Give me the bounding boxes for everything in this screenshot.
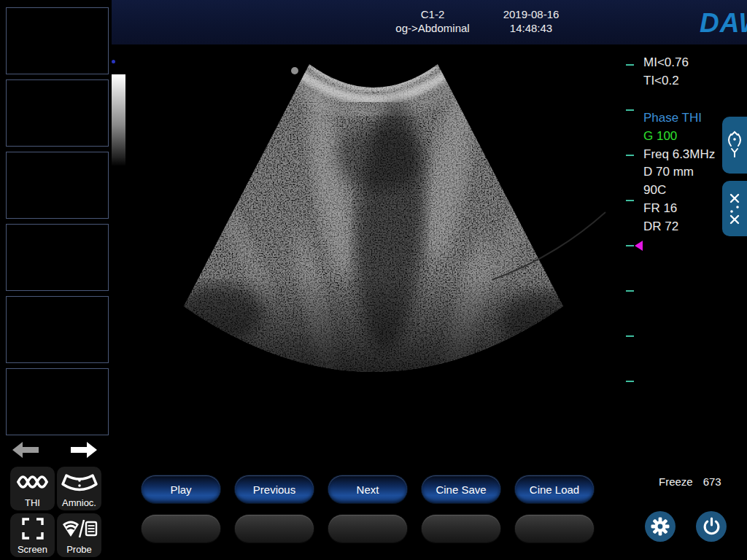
cine-next-button[interactable]: Next bbox=[328, 475, 407, 503]
power-button[interactable] bbox=[696, 511, 727, 542]
depth-tick bbox=[626, 290, 634, 292]
cine-cine-save-button[interactable]: Cine Save bbox=[422, 475, 500, 503]
marker-dot bbox=[112, 60, 115, 63]
thumbnail-slot-1[interactable] bbox=[6, 7, 109, 74]
param-gain: G 100 bbox=[643, 128, 677, 144]
measure-points-button[interactable] bbox=[722, 181, 747, 236]
body-marker-button[interactable] bbox=[722, 117, 747, 174]
orientation-marker bbox=[291, 67, 298, 74]
param-frequency: Freq 6.3MHz bbox=[643, 147, 715, 163]
depth-tick bbox=[626, 109, 634, 111]
cine-button-row: PlayPreviousNextCine SaveCine Load bbox=[0, 475, 747, 503]
thumbnail-slot-3[interactable] bbox=[6, 152, 109, 219]
left-arrow-icon bbox=[12, 441, 39, 459]
cine-play-button[interactable]: Play bbox=[142, 475, 220, 503]
cine-empty-button-2[interactable] bbox=[235, 515, 314, 542]
ultrasound-console-screen: C1-2 og->Abdominal 2019-08-16 14:48:43 D… bbox=[0, 0, 747, 560]
right-arrow-icon bbox=[70, 441, 98, 459]
thumbnail-slot-6[interactable] bbox=[6, 368, 109, 435]
thumbnail-slot-2[interactable] bbox=[6, 79, 109, 147]
power-icon bbox=[702, 517, 721, 537]
thumbnail-slot-5[interactable] bbox=[6, 296, 109, 363]
cine-empty-button-1[interactable] bbox=[142, 515, 220, 542]
depth-tick bbox=[626, 381, 634, 382]
thumbnail-slot-4[interactable] bbox=[6, 224, 109, 291]
gear-icon bbox=[650, 516, 670, 537]
cine-empty-button-4[interactable] bbox=[422, 515, 500, 542]
tool-label: Probe bbox=[66, 544, 92, 555]
param-depth: D 70 mm bbox=[643, 164, 694, 180]
param-mode: Phase THI bbox=[643, 110, 702, 126]
cine-empty-button-5[interactable] bbox=[515, 515, 594, 542]
cine-empty-button-3[interactable] bbox=[328, 515, 407, 542]
depth-tick bbox=[626, 200, 634, 201]
measure-points-icon bbox=[727, 192, 743, 226]
next-page-button[interactable] bbox=[69, 440, 98, 461]
body-marker-icon bbox=[725, 131, 744, 160]
param-dynamic-range: DR 72 bbox=[643, 219, 678, 235]
depth-tick bbox=[626, 64, 634, 66]
depth-tick bbox=[626, 245, 634, 246]
freeze-status: Freeze673 bbox=[659, 475, 721, 488]
cine-empty-row bbox=[0, 515, 747, 542]
param-ti: TI<0.2 bbox=[643, 73, 679, 89]
tool-label: Screen bbox=[18, 544, 47, 555]
cine-cine-load-button[interactable]: Cine Load bbox=[515, 475, 594, 503]
param-frame-rate: FR 16 bbox=[643, 201, 677, 217]
depth-tick bbox=[626, 335, 634, 337]
param-mi: MI<0.76 bbox=[643, 55, 689, 71]
settings-button[interactable] bbox=[645, 511, 676, 542]
depth-tick bbox=[626, 155, 634, 156]
cine-previous-button[interactable]: Previous bbox=[235, 475, 314, 503]
focus-marker bbox=[635, 241, 643, 251]
param-probe-preset: 90C bbox=[643, 182, 666, 198]
grayscale-bar bbox=[112, 74, 125, 166]
frame-number: 673 bbox=[703, 475, 721, 488]
freeze-label: Freeze bbox=[659, 475, 693, 488]
prev-page-button[interactable] bbox=[11, 440, 40, 461]
